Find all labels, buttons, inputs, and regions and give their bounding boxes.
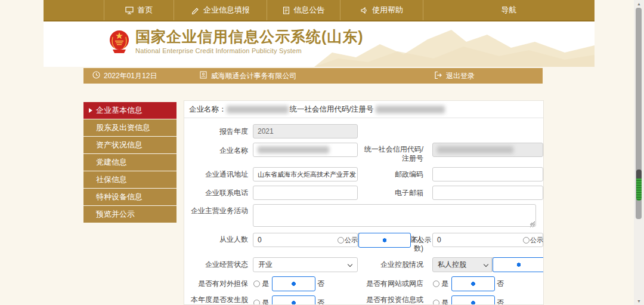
sidebar-item-basic-info[interactable]: 企业基本信息 [83,102,177,119]
redacted-value [258,146,329,153]
date-display: 2022年01月12日 [92,71,157,81]
sidebar-item-special-equipment[interactable]: 特种设备信息 [83,189,177,205]
email-input[interactable] [432,186,543,200]
top-navbar: 首页 企业信息填报 信息公告 使用帮助 导航 [44,0,595,21]
yes-radio[interactable] [253,281,260,287]
site-title: 国家企业信用信息公示系统(山东) [135,29,364,45]
nav-label: 使用帮助 [372,5,403,16]
no-radio[interactable] [272,295,315,305]
no-radio[interactable] [451,276,495,291]
business-textarea[interactable] [253,204,536,227]
publish-radio[interactable] [523,237,530,244]
id-badge-icon [200,71,207,81]
credit-code-field-label: 统一社会信用代码/注册号 [363,143,423,163]
sidebar-item-social-security[interactable]: 社保信息 [83,171,177,188]
nav-item-announcements[interactable]: 信息公告 [267,0,340,20]
transfer-yes-no-group: 是否 [253,295,296,305]
row-report-year: 报告年度 [184,124,543,138]
row-guarantee-website: 是否有对外担保 是否 是否有网站或网店 是否 [184,276,543,291]
date-text: 2022年01月12日 [104,71,157,81]
nav-item-report[interactable]: 企业信息填报 [174,0,267,20]
status-label: 企业经营状态 [184,260,248,269]
no-radio[interactable] [272,276,315,291]
nav-label: 首页 [138,5,153,16]
annual-report-form: 报告年度 企业名称 统一社会信用代码/注册号 企业通讯地址 邮政编码 企业联系电… [184,118,543,305]
nav-label: 导航 [501,5,517,16]
nav-item-home[interactable]: 首页 [104,0,174,20]
site-subtitle: National Enterprise Credit Information P… [135,47,364,54]
female-employees-publish-radio-group: 公示不公示 [543,233,544,247]
guarantee-yes-no-group: 是否 [253,276,296,291]
transfer-label: 本年度是否发生股东股权转让 [184,295,248,305]
pen-icon [191,7,199,14]
address-input[interactable] [253,167,358,181]
brand-text: 国家企业信用信息公示系统(山东) National Enterprise Cre… [135,29,364,54]
vertical-scrollbar[interactable]: ▲ ▼ [634,0,644,305]
row-status-holding: 企业经营状态 开业 企业控股情况 私人控股 公示不公示 [184,257,543,272]
row-business-activity: 企业主营业务活动 [184,204,543,229]
holding-label: 企业控股情况 [363,260,423,269]
clock-icon [92,71,100,81]
panel-header: 企业名称： 统一社会信用代码/注册号 [184,101,543,118]
company-name-field-label: 企业名称 [184,143,248,155]
sidebar-item-assets[interactable]: 资产状况信息 [83,137,177,153]
brand: 国家企业信用信息公示系统(山东) National Enterprise Cre… [109,29,364,54]
website-yes-no-group: 是否 [432,276,476,291]
logout-button[interactable]: 退出登录 [434,71,475,81]
phone-label: 企业联系电话 [184,189,248,198]
business-label: 企业主营业务活动 [184,204,248,215]
page: 首页 企业信息填报 信息公告 使用帮助 导航 [0,0,644,305]
speaker-icon [360,7,368,14]
holding-publish-radio-group: 公示不公示 [492,257,544,272]
company-name-input[interactable] [253,143,358,157]
company-display: 威海顺通会计事务有限公司 [200,71,296,81]
row-phone-email: 企业联系电话 电子邮箱 [184,186,543,200]
phone-input[interactable] [253,186,358,200]
credit-code-input[interactable] [432,143,543,157]
credit-code-label: 统一社会信用代码/注册号 [290,104,374,115]
investment-label: 是否有投资信息或购买其他公司股权 [363,295,423,305]
logout-icon [434,71,442,81]
nav-item-navigation[interactable]: 导航 [423,0,595,20]
not-publish-radio[interactable] [493,257,544,272]
postcode-input[interactable] [432,167,543,181]
nav-spacer [44,0,104,20]
scroll-down-icon[interactable]: ▼ [634,299,644,303]
redacted-value [437,146,513,153]
yes-radio[interactable] [433,300,439,305]
holding-select[interactable]: 私人控股 [432,257,492,272]
scrollbar-green-indicator [636,170,642,201]
row-transfer-investment: 本年度是否发生股东股权转让 是否 是否有投资信息或购买其他公司股权 是否 [184,295,543,305]
sidebar: 企业基本信息 股东及出资信息 资产状况信息 党建信息 社保信息 特种设备信息 预… [83,102,177,223]
sidebar-item-party-building[interactable]: 党建信息 [83,154,177,171]
monitor-icon [125,7,134,14]
guarantee-label: 是否有对外担保 [184,279,248,288]
row-name-code: 企业名称 统一社会信用代码/注册号 [184,143,543,163]
nav-item-help[interactable]: 使用帮助 [340,0,423,20]
main-form-panel: 企业名称： 统一社会信用代码/注册号 报告年度 企业名称 统一社会信用代码/注册… [184,100,544,305]
logout-label: 退出登录 [446,71,475,81]
email-label: 电子邮箱 [363,189,423,198]
status-select[interactable]: 开业 [253,257,358,272]
sidebar-item-preview-publish[interactable]: 预览并公示 [83,206,177,223]
redacted-company-name [227,106,289,113]
address-label: 企业通讯地址 [184,170,248,179]
site-header: 国家企业信用信息公示系统(山东) National Enterprise Cre… [44,21,595,67]
row-employees: 从业人数 公示不公示 (其中女性从业人数) 公示不公示 [184,233,543,253]
yes-radio[interactable] [433,281,439,287]
postcode-label: 邮政编码 [363,170,423,179]
yes-radio[interactable] [253,300,260,305]
company-name-label: 企业名称： [189,104,227,115]
sidebar-item-shareholders[interactable]: 股东及出资信息 [83,119,177,136]
report-year-label: 报告年度 [184,127,248,136]
employees-publish-radio-group: 公示不公示 [358,233,411,247]
no-radio[interactable] [451,295,495,305]
company-name: 威海顺通会计事务有限公司 [210,71,296,81]
not-publish-radio[interactable] [358,233,411,248]
scroll-up-icon[interactable]: ▲ [634,2,644,6]
session-info-bar: 2022年01月12日 威海顺通会计事务有限公司 退出登录 [83,68,543,84]
publish-radio[interactable] [338,237,344,244]
website-label: 是否有网站或网店 [363,279,423,288]
report-year-input[interactable] [253,124,358,138]
nav-label: 企业信息填报 [203,5,250,16]
